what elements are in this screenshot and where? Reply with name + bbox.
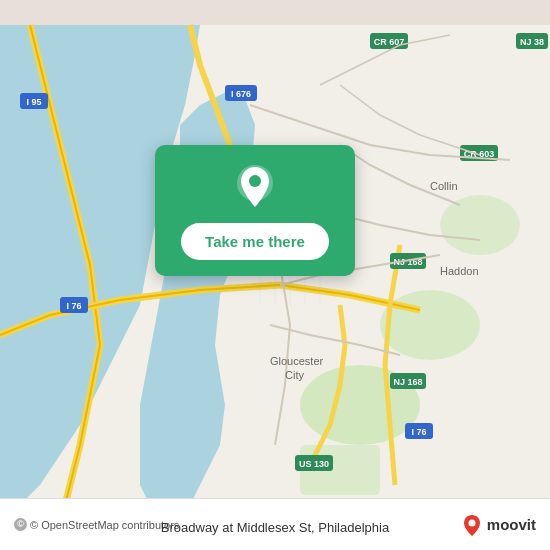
svg-text:Collin: Collin bbox=[430, 180, 458, 192]
svg-text:NJ 168: NJ 168 bbox=[393, 377, 422, 387]
bottom-bar: © © OpenStreetMap contributors moovit bbox=[0, 498, 550, 550]
moovit-pin-icon bbox=[461, 514, 483, 536]
location-pin-icon bbox=[231, 163, 279, 211]
svg-text:City: City bbox=[285, 369, 304, 381]
card-overlay: Take me there bbox=[155, 145, 355, 276]
svg-point-42 bbox=[468, 519, 475, 526]
attribution: © © OpenStreetMap contributors bbox=[14, 518, 179, 531]
take-me-there-button[interactable]: Take me there bbox=[181, 223, 329, 260]
svg-point-41 bbox=[249, 175, 261, 187]
svg-text:I 76: I 76 bbox=[66, 301, 81, 311]
svg-point-5 bbox=[380, 290, 480, 360]
moovit-text: moovit bbox=[487, 516, 536, 533]
svg-text:NJ 38: NJ 38 bbox=[520, 37, 544, 47]
attribution-text: © OpenStreetMap contributors bbox=[30, 519, 179, 531]
svg-text:Gloucester: Gloucester bbox=[270, 355, 324, 367]
svg-point-7 bbox=[440, 195, 520, 255]
copyright-symbol: © bbox=[14, 518, 27, 531]
svg-text:I 676: I 676 bbox=[231, 89, 251, 99]
svg-text:US 130: US 130 bbox=[299, 459, 329, 469]
svg-text:I 95: I 95 bbox=[26, 97, 41, 107]
map-container: I 95 I 76 I 676 NJ 168 NJ 168 US 130 I 7… bbox=[0, 0, 550, 550]
svg-text:Haddon: Haddon bbox=[440, 265, 479, 277]
svg-text:I 76: I 76 bbox=[411, 427, 426, 437]
moovit-logo: moovit bbox=[461, 514, 536, 536]
